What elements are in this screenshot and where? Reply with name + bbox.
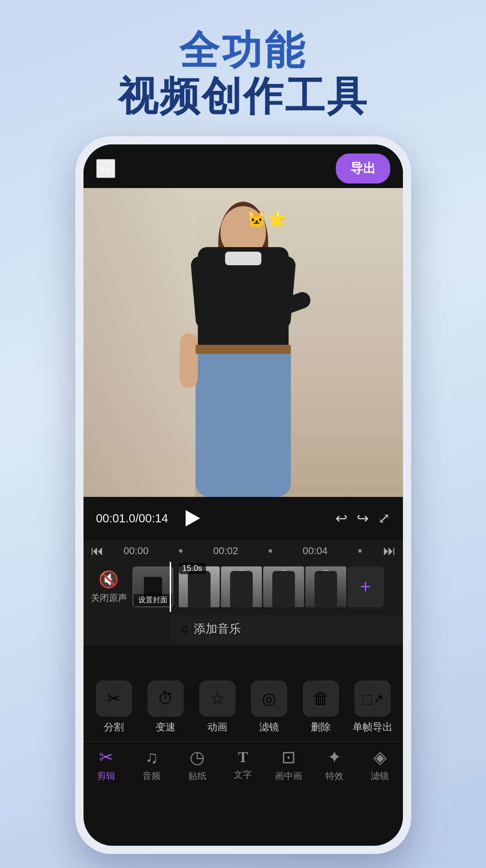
redo-icon[interactable]: ↪: [357, 510, 369, 527]
clip-thumb-2[interactable]: [221, 566, 262, 607]
kitty-sticker: 🐱⭐: [246, 210, 287, 229]
clip-strip: 15.0s: [179, 566, 403, 607]
nav-item-filters[interactable]: ◈ 滤镜: [362, 747, 398, 782]
nav-item-sticker[interactable]: ◷ 贴纸: [179, 747, 216, 782]
hero-section: 全功能 视频创作工具: [0, 0, 486, 119]
tool-split[interactable]: ✂ 分割: [93, 680, 134, 734]
timeline-ruler: ⏮ 00:00 ● 00:02 ● 00:04 ● ⏭: [83, 540, 403, 562]
undo-icon[interactable]: ↩: [335, 510, 348, 527]
video-frame: 🐱⭐: [83, 188, 403, 497]
top-bar: ← 导出: [83, 144, 403, 188]
ruler-mark-1: 00:02: [213, 545, 238, 557]
effects-nav-icon: ✦: [327, 747, 342, 767]
pip-nav-icon: ⊡: [281, 747, 296, 767]
speed-icon: ⏱: [147, 680, 184, 717]
filter-label: 滤镜: [259, 720, 279, 734]
go-start-button[interactable]: ⏮: [91, 543, 103, 558]
ruler-marks: 00:00 ● 00:02 ● 00:04 ●: [109, 545, 378, 557]
sticker-nav-icon: ◷: [190, 747, 205, 767]
filter-icon: ◎: [251, 680, 287, 717]
frame-export-icon: ⬚↗: [354, 680, 391, 717]
nav-label-pip: 画中画: [275, 770, 302, 782]
music-track[interactable]: ♫ 添加音乐: [171, 615, 403, 643]
tool-filter[interactable]: ◎ 滤镜: [249, 680, 290, 734]
ruler-dot-1: ●: [178, 546, 183, 556]
speaker-icon: 🔇: [98, 570, 119, 589]
music-nav-icon: ♫: [145, 748, 158, 767]
filters-nav-icon: ◈: [373, 747, 387, 767]
clip-thumb-4[interactable]: [305, 566, 346, 607]
animation-icon: ☆: [199, 680, 236, 717]
delete-label: 删除: [311, 720, 331, 734]
frame-export-label: 单帧导出: [353, 720, 393, 734]
track-spacer: [83, 646, 403, 673]
nav-item-edit[interactable]: ✂ 剪辑: [88, 747, 124, 782]
ruler-mark-0: 00:00: [123, 545, 148, 557]
ruler-dot-3: ●: [358, 546, 363, 556]
scissors-nav-icon: ✂: [99, 747, 113, 767]
music-icon: ♫: [180, 622, 189, 636]
pants: [196, 347, 291, 497]
nav-item-audio[interactable]: ♫ 音频: [133, 748, 170, 782]
clip-duration-badge: 15.0s: [179, 563, 206, 574]
nav-label-filters: 滤镜: [371, 770, 389, 782]
nav-label-effects: 特效: [325, 770, 344, 782]
clip-track-area: 🔇 关闭原声 设置封面 15.0s: [83, 562, 403, 612]
fullscreen-icon[interactable]: ⤢: [378, 510, 390, 527]
split-label: 分割: [104, 720, 124, 734]
tool-speed[interactable]: ⏱ 变速: [145, 680, 186, 734]
tool-frame-export[interactable]: ⬚↗ 单帧导出: [352, 680, 393, 734]
back-button[interactable]: ←: [96, 159, 115, 178]
ruler-dot-2: ●: [268, 546, 273, 556]
hero-line2: 视频创作工具: [0, 73, 486, 119]
playback-controls: 00:01.0/00:14 ↩ ↪ ⤢: [83, 497, 403, 540]
play-button[interactable]: [180, 505, 206, 531]
tool-animation[interactable]: ☆ 动画: [197, 680, 238, 734]
close-audio-label: 关闭原声: [91, 592, 127, 604]
nav-label-sticker: 贴纸: [188, 770, 206, 782]
cover-thumbnail[interactable]: 设置封面: [133, 566, 173, 607]
nav-item-effects[interactable]: ✦ 特效: [316, 747, 353, 782]
ruler-mark-2: 00:04: [303, 545, 328, 557]
nav-label-edit: 剪辑: [97, 770, 115, 782]
music-track-row: ♫ 添加音乐: [83, 612, 403, 646]
time-display: 00:01.0/00:14: [96, 511, 169, 526]
split-icon: ✂: [96, 680, 132, 717]
animation-label: 动画: [207, 720, 227, 734]
nav-item-pip[interactable]: ⊡ 画中画: [270, 747, 307, 782]
speed-label: 变速: [156, 720, 176, 734]
mask: [225, 252, 261, 265]
edit-tools: ✂ 分割 ⏱ 变速 ☆ 动画 ◎ 滤镜 🗑 删除: [83, 673, 403, 741]
clip-track-wrapper: 🔇 关闭原声 设置封面 15.0s: [83, 562, 403, 612]
cover-label: 设置封面: [133, 594, 172, 606]
play-triangle-icon: [186, 510, 200, 526]
control-icons: ↩ ↪ ⤢: [335, 510, 390, 527]
add-clip-button[interactable]: +: [348, 566, 384, 607]
nav-item-text[interactable]: T 文字: [225, 749, 261, 781]
nav-label-text: 文字: [234, 769, 252, 781]
close-audio-button[interactable]: 🔇 关闭原声: [91, 570, 127, 604]
export-button[interactable]: 导出: [336, 154, 390, 184]
phone-inner: ← 导出 🐱⭐: [83, 144, 403, 846]
text-nav-icon: T: [238, 749, 248, 766]
go-end-button[interactable]: ⏭: [383, 543, 396, 558]
person-figure: 🐱⭐: [166, 206, 320, 497]
clip-thumb-3[interactable]: [263, 566, 304, 607]
bottom-nav: ✂ 剪辑 ♫ 音频 ◷ 贴纸 T 文字 ⊡ 画中画: [83, 741, 403, 791]
hero-line1: 全功能: [0, 27, 486, 73]
nav-label-audio: 音频: [142, 770, 161, 782]
phone-outer: ← 导出 🐱⭐: [75, 136, 411, 854]
video-preview: 🐱⭐: [83, 188, 403, 497]
delete-icon: 🗑: [303, 680, 339, 717]
tool-delete[interactable]: 🗑 删除: [300, 680, 341, 734]
music-label: 添加音乐: [194, 621, 241, 637]
phone-mockup: ← 导出 🐱⭐: [75, 136, 411, 854]
